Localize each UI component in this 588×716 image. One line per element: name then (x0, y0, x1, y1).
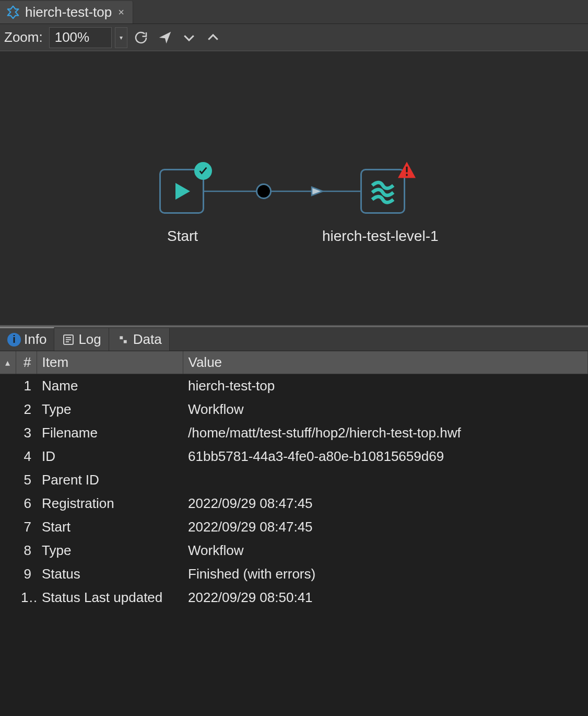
workflow-icon (369, 177, 397, 205)
table-row[interactable]: 4ID61bb5781-44a3-4fe0-a80e-b10815659d69 (0, 445, 588, 468)
info-table: ▴ # Item Value 1Namehierch-test-top2Type… (0, 351, 588, 609)
svg-rect-10 (124, 340, 127, 343)
row-item: Status (37, 562, 183, 586)
column-header-value[interactable]: Value (183, 351, 588, 374)
row-number: 10 (16, 586, 37, 609)
row-item: Name (37, 374, 183, 398)
refresh-button[interactable] (131, 27, 151, 48)
hop-midpoint-handle[interactable] (256, 183, 272, 199)
expand-down-button[interactable] (179, 27, 199, 48)
svg-rect-3 (406, 167, 407, 172)
row-value: /home/matt/test-stuff/hop2/hierch-test-t… (183, 421, 588, 445)
table-row[interactable]: 1Namehierch-test-top (0, 374, 588, 398)
row-number: 7 (16, 515, 37, 539)
tab-log[interactable]: Log (54, 328, 109, 351)
row-value: Workflow (183, 539, 588, 562)
zoom-dropdown-button[interactable]: ▾ (115, 27, 127, 48)
zoom-input[interactable] (49, 27, 112, 48)
svg-marker-1 (312, 187, 323, 195)
row-number: 6 (16, 492, 37, 515)
panel-tabbar: i Info Log Data (0, 326, 588, 351)
tab-data-label: Data (133, 331, 162, 348)
zoom-label: Zoom: (4, 29, 46, 45)
info-panel: ▴ # Item Value 1Namehierch-test-top2Type… (0, 351, 588, 716)
navigate-icon[interactable] (155, 27, 175, 48)
table-row[interactable]: 8TypeWorkflow (0, 539, 588, 562)
row-item: Registration (37, 492, 183, 515)
file-tab-close-button[interactable]: × (116, 6, 124, 18)
row-value: Workflow (183, 398, 588, 421)
table-row[interactable]: 3Filename/home/matt/test-stuff/hop2/hier… (0, 421, 588, 445)
row-item: Type (37, 539, 183, 562)
row-number: 8 (16, 539, 37, 562)
info-icon: i (7, 333, 21, 347)
table-row[interactable]: 7Start2022/09/29 08:47:45 (0, 515, 588, 539)
row-value: 61bb5781-44a3-4fe0-a80e-b10815659d69 (183, 445, 588, 468)
row-value: Finished (with errors) (183, 562, 588, 586)
workflow-canvas[interactable]: Start hierch-test-level-1 (0, 51, 588, 326)
row-item: ID (37, 445, 183, 468)
row-item: Type (37, 398, 183, 421)
row-item: Filename (37, 421, 183, 445)
data-icon (116, 333, 130, 347)
row-item: Start (37, 515, 183, 539)
status-success-badge (194, 162, 212, 180)
tab-data[interactable]: Data (109, 328, 170, 351)
node-subworkflow-label: hierch-test-level-1 (322, 228, 439, 245)
row-number: 2 (16, 398, 37, 421)
row-value: 2022/09/29 08:50:41 (183, 586, 588, 609)
file-tabbar: hierch-test-top × (0, 0, 588, 24)
collapse-up-button[interactable] (203, 27, 224, 48)
svg-rect-4 (406, 174, 407, 176)
column-header-number[interactable]: # (16, 351, 37, 374)
table-row[interactable]: 6Registration2022/09/29 08:47:45 (0, 492, 588, 515)
column-header-item[interactable]: Item (37, 351, 183, 374)
file-tab-active[interactable]: hierch-test-top × (0, 1, 133, 24)
table-row[interactable]: 2TypeWorkflow (0, 398, 588, 421)
row-item: Status Last updated (37, 586, 183, 609)
row-value: hierch-test-top (183, 374, 588, 398)
row-value (183, 468, 588, 492)
row-value: 2022/09/29 08:47:45 (183, 492, 588, 515)
edge-line (0, 51, 588, 326)
log-icon (62, 333, 75, 347)
row-value: 2022/09/29 08:47:45 (183, 515, 588, 539)
tab-info[interactable]: i Info (0, 327, 54, 351)
workflow-file-icon (5, 5, 21, 20)
svg-rect-9 (120, 336, 123, 339)
row-item: Parent ID (37, 468, 183, 492)
row-number: 5 (16, 468, 37, 492)
row-number: 3 (16, 421, 37, 445)
row-number: 1 (16, 374, 37, 398)
table-row[interactable]: 10Status Last updated2022/09/29 08:50:41 (0, 586, 588, 609)
node-start-label: Start (167, 228, 198, 245)
status-error-badge (397, 161, 417, 179)
play-icon (169, 179, 194, 204)
column-sort-indicator[interactable]: ▴ (0, 351, 16, 374)
table-row[interactable]: 9StatusFinished (with errors) (0, 562, 588, 586)
row-number: 4 (16, 445, 37, 468)
table-row[interactable]: 5Parent ID (0, 468, 588, 492)
toolbar: Zoom: ▾ (0, 24, 588, 51)
file-tab-title: hierch-test-top (25, 4, 112, 20)
tab-info-label: Info (24, 331, 46, 348)
tab-log-label: Log (78, 331, 101, 348)
row-number: 9 (16, 562, 37, 586)
